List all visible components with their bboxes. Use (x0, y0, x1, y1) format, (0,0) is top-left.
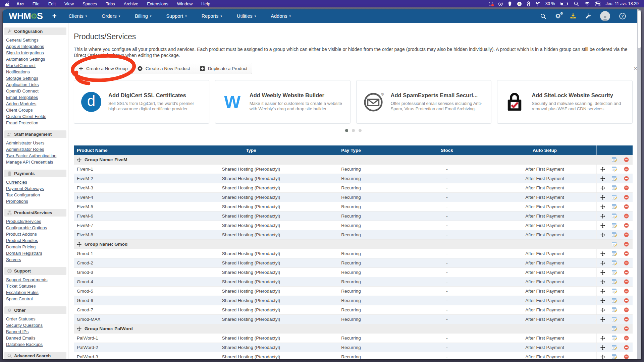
delete-icon[interactable] (624, 195, 629, 200)
sidebar-item-ticket-statuses[interactable]: Ticket Statuses (6, 283, 68, 289)
sidebar-item-configurable-options[interactable]: Configurable Options (6, 225, 68, 231)
edit-icon[interactable] (612, 251, 617, 256)
move-icon[interactable] (600, 270, 605, 275)
edit-icon[interactable] (612, 298, 617, 303)
edit-icon[interactable] (612, 167, 617, 172)
sidebar-item-storage-settings[interactable]: Storage Settings (6, 75, 68, 81)
edit-icon[interactable] (612, 279, 617, 285)
help-icon[interactable]: ? (619, 13, 626, 19)
edit-icon[interactable] (612, 345, 617, 350)
delete-icon[interactable] (624, 176, 629, 181)
nav-menu-clients[interactable]: Clients▾ (68, 13, 87, 19)
menubar-item-edit[interactable]: Edit (48, 1, 56, 6)
move-icon[interactable] (600, 336, 605, 341)
nav-menu-reports[interactable]: Reports▾ (202, 13, 222, 19)
badge-6-app-icon[interactable]: 6 (517, 2, 522, 6)
promo-card-add-spamexperts-email-securi[interactable]: ®Add SpamExperts Email Securi...Offer pr… (356, 80, 492, 124)
edit-icon[interactable] (612, 157, 617, 163)
sidebar-item-products-services[interactable]: Products/Services (6, 218, 68, 225)
delete-icon[interactable] (624, 317, 629, 322)
sidebar-item-manage-api-credentials[interactable]: Manage API Credentials (6, 159, 68, 165)
delete-icon[interactable] (624, 289, 629, 294)
edit-icon[interactable] (612, 307, 617, 313)
move-icon[interactable] (600, 176, 605, 181)
figure8-app-icon[interactable] (527, 1, 530, 6)
sidebar-item-administrator-roles[interactable]: Administrator Roles (6, 146, 68, 153)
sidebar-item-application-links[interactable]: Application Links (6, 81, 68, 88)
move-icon[interactable] (600, 167, 605, 172)
sidebar-item-custom-client-fields[interactable]: Custom Client Fields (6, 113, 68, 120)
move-icon[interactable] (600, 204, 605, 209)
menubar-item-view[interactable]: View (64, 1, 74, 6)
move-icon[interactable] (600, 233, 605, 237)
move-icon[interactable] (600, 214, 605, 219)
toolbar-button-duplicate-a-product[interactable]: Duplicate a Product (195, 63, 253, 74)
user-avatar[interactable] (600, 11, 610, 21)
move-icon[interactable] (600, 289, 605, 294)
sidebar-item-currencies[interactable]: Currencies (6, 179, 68, 185)
edit-icon[interactable] (612, 195, 617, 200)
delete-icon[interactable] (624, 354, 629, 359)
onepassword-icon[interactable]: 0 (498, 2, 503, 6)
wifi-icon[interactable] (584, 2, 590, 6)
sidebar-item-apps-integrations[interactable]: Apps & Integrations (6, 43, 68, 50)
delete-icon[interactable] (624, 298, 629, 303)
menubar-item-tabs[interactable]: Tabs (106, 1, 115, 6)
edit-icon[interactable] (612, 214, 617, 219)
sidebar-item-two-factor-authentication[interactable]: Two-Factor Authentication (6, 153, 68, 159)
nav-menu-billing[interactable]: Billing▾ (135, 13, 151, 19)
spotlight-search-icon[interactable] (574, 1, 579, 6)
delete-icon[interactable] (624, 232, 629, 237)
silhouette-app-icon[interactable] (508, 1, 512, 6)
edit-icon[interactable] (612, 176, 617, 181)
delete-icon[interactable] (624, 345, 629, 350)
toolbar-button-create-a-new-product[interactable]: Create a New Product (132, 63, 195, 74)
control-center-icon[interactable] (595, 1, 600, 6)
sidebar-item-support-departments[interactable]: Support Departments (6, 277, 68, 283)
wrench-icon[interactable] (585, 13, 591, 19)
promo-card-add-digicert-ssl-certificates[interactable]: dAdd DigiCert SSL CertificatesSell SSL's… (74, 80, 209, 124)
sidebar-item-product-addons[interactable]: Product Addons (6, 231, 68, 237)
move-icon[interactable] (77, 326, 82, 331)
delete-icon[interactable] (624, 214, 629, 219)
sprout-app-icon[interactable] (536, 1, 540, 6)
toolbar-button-create-a-new-group[interactable]: Create a New Group (74, 63, 133, 74)
nav-menu-utilities[interactable]: Utilities▾ (237, 13, 256, 19)
notification-app-icon[interactable] (489, 2, 493, 6)
promo-card-add-weebly-website-builder[interactable]: WAdd Weebly Website BuilderMake it easie… (215, 80, 351, 124)
edit-icon[interactable] (612, 317, 617, 322)
sidebar-item-database-backups[interactable]: Database Backups (6, 341, 68, 348)
menubar-item-arc[interactable]: Arc (16, 1, 24, 6)
menubar-item-spaces[interactable]: Spaces (83, 1, 97, 6)
sidebar-item-email-templates[interactable]: Email Templates (6, 94, 68, 101)
gears-icon[interactable]: ⚙⚙ (555, 13, 561, 19)
edit-icon[interactable] (612, 326, 617, 331)
whmcs-logo[interactable]: WHM⚙S (9, 11, 43, 21)
sidebar-item-banned-ips[interactable]: Banned IPs (6, 328, 68, 335)
sidebar-item-escalation-rules[interactable]: Escalation Rules (6, 289, 68, 296)
sidebar-item-marketconnect[interactable]: MarketConnect (6, 62, 68, 69)
edit-icon[interactable] (612, 289, 617, 294)
download-icon[interactable] (570, 13, 576, 19)
delete-icon[interactable] (624, 307, 629, 312)
move-icon[interactable] (600, 261, 605, 265)
move-icon[interactable] (600, 195, 605, 200)
nav-menu-addons[interactable]: Addons▾ (271, 13, 291, 19)
edit-icon[interactable] (612, 354, 617, 360)
sidebar-item-promotions[interactable]: Promotions (6, 198, 68, 204)
nav-menu-orders[interactable]: Orders▾ (102, 13, 120, 19)
sidebar-item-client-groups[interactable]: Client Groups (6, 107, 68, 113)
battery-icon[interactable] (560, 2, 569, 6)
sidebar-item-domain-pricing[interactable]: Domain Pricing (6, 244, 68, 250)
move-icon[interactable] (600, 186, 605, 190)
delete-icon[interactable] (624, 326, 629, 331)
sidebar-item-addon-modules[interactable]: Addon Modules (6, 101, 68, 107)
edit-icon[interactable] (612, 232, 617, 238)
edit-icon[interactable] (612, 185, 617, 191)
carousel-dot-1[interactable] (345, 129, 348, 132)
move-icon[interactable] (600, 355, 605, 359)
quick-add-button[interactable]: + (52, 12, 57, 20)
menubar-item-help[interactable]: Help (201, 1, 210, 6)
move-icon[interactable] (600, 223, 605, 228)
apple-icon[interactable] (5, 1, 10, 6)
